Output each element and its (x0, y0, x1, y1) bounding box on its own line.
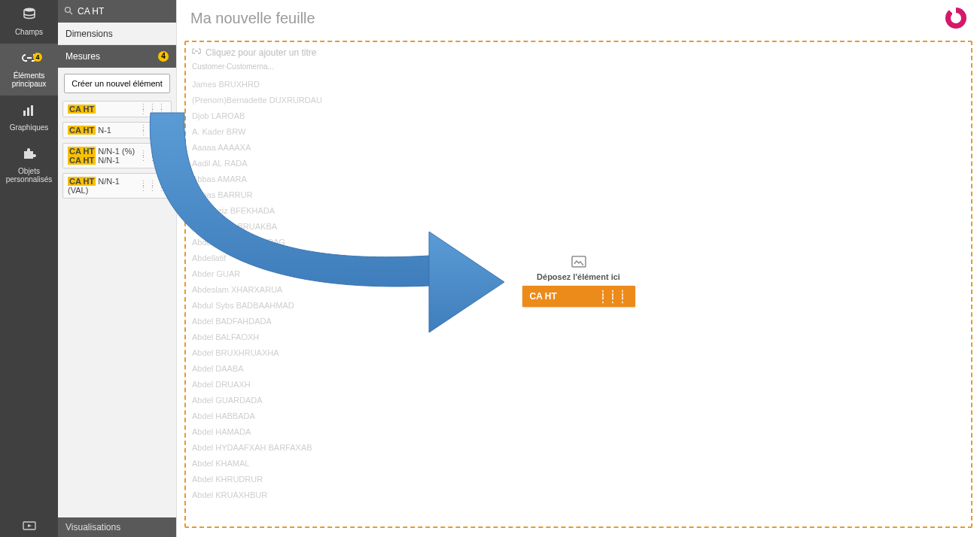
ghost-row: Abdel DAABA (192, 361, 965, 377)
drop-hint-text: Déposez l'élément ici (522, 272, 635, 281)
sidebar-item-label: Graphiques (10, 123, 49, 132)
drop-target-icon (522, 256, 635, 271)
bar-chart-icon (3, 103, 55, 120)
ghost-row: Abbas AMARA (192, 171, 965, 187)
main-area: Ma nouvelle feuille Cliquez pour ajouter… (177, 0, 980, 537)
svg-point-5 (65, 7, 71, 12)
drag-handle-icon[interactable]: ⋮⋮⋮⋮⋮⋮ (139, 181, 166, 190)
ghost-row: Abdel HYDAAFXAH BARFAXAB (192, 440, 965, 456)
ghost-row: Abbas BARRUR (192, 187, 965, 203)
svg-point-0 (24, 8, 35, 12)
section-label: Mesures (65, 51, 100, 62)
puzzle-icon (3, 147, 55, 164)
assets-panel: ✕ Dimensions Mesures 4 Créer un nouvel é… (58, 0, 177, 537)
section-dimensions[interactable]: Dimensions (58, 23, 176, 45)
ghost-title-text: Cliquez pour ajouter un titre (205, 47, 316, 58)
sheet-title[interactable]: Ma nouvelle feuille (190, 10, 315, 27)
sidebar-footer-button[interactable] (0, 519, 58, 537)
drop-chip-label: CA HT (530, 291, 557, 302)
measure-item[interactable]: CA HT N-1 ⋮⋮⋮⋮⋮⋮ (62, 122, 172, 138)
left-sidebar: Champs 4 Éléments principaux Graphiques … (0, 0, 58, 537)
drag-handle-icon: ⋮⋮⋮⋮⋮⋮ (598, 292, 628, 301)
ghost-row: Abdelhakim BRUAKBA (192, 219, 965, 235)
database-icon (3, 8, 55, 25)
drop-chip[interactable]: CA HT ⋮⋮⋮⋮⋮⋮ (522, 286, 635, 307)
svg-rect-2 (27, 108, 29, 116)
ghost-row: Abdel GUARDADA (192, 393, 965, 408)
ghost-row: Aadil AL RADA (192, 156, 965, 171)
sheet-titlebar: Ma nouvelle feuille (177, 0, 980, 36)
ghost-row: Abdel HABBADA (192, 408, 965, 424)
section-count-badge: 4 (158, 51, 169, 62)
link-icon (3, 51, 55, 68)
sidebar-item-label: Éléments principaux (12, 71, 47, 88)
sidebar-item-label: Objets personnalisés (6, 167, 53, 184)
ghost-row: (Prenom)Bernadette DUXRURDAU (192, 93, 965, 108)
ghost-row: Abdel KHAMAL (192, 456, 965, 472)
canvas-dropzone[interactable]: Cliquez pour ajouter un titre Customer·C… (184, 41, 972, 528)
link-icon (192, 47, 201, 58)
measure-item[interactable]: CA HT N/N-1 (%) CA HT N/N-1 ⋮⋮⋮⋮⋮⋮ (62, 143, 172, 168)
presentation-icon (23, 521, 36, 535)
ghost-row: Abdel DRUAXH (192, 377, 965, 393)
drop-target: Déposez l'élément ici CA HT ⋮⋮⋮⋮⋮⋮ (522, 256, 635, 307)
bottom-bar-label: Visualisations (65, 522, 120, 532)
drag-handle-icon[interactable]: ⋮⋮⋮⋮⋮⋮ (139, 151, 166, 160)
ghost-row: Abdel BADFAHDADA (192, 314, 965, 329)
sidebar-item-objets-personnalises[interactable]: Objets personnalisés (0, 139, 58, 191)
drag-handle-icon[interactable]: ⋮⋮⋮⋮⋮⋮ (139, 126, 166, 135)
drag-handle-icon[interactable]: ⋮⋮⋮⋮⋮⋮ (139, 105, 166, 114)
ghost-row: Abdelkader RDAAIDRAG (192, 235, 965, 250)
sidebar-item-graphiques[interactable]: Graphiques (0, 96, 58, 139)
search-input[interactable] (78, 6, 190, 17)
ghost-subheader: Customer·Customerna... (192, 62, 965, 71)
ghost-row: James BRUXHRD (192, 77, 965, 93)
sidebar-item-champs[interactable]: Champs (0, 0, 58, 44)
svg-rect-6 (572, 256, 586, 267)
sidebar-item-label: Champs (15, 28, 43, 36)
svg-rect-3 (31, 105, 33, 116)
app-logo-icon (945, 8, 966, 29)
badge: 4 (33, 53, 42, 62)
sidebar-item-elements-principaux[interactable]: 4 Éléments principaux (0, 44, 58, 96)
ghost-row: Abdelaziz BFEKHADA (192, 203, 965, 219)
create-new-element-button[interactable]: Créer un nouvel élément (64, 74, 170, 93)
measure-item[interactable]: CA HT N/N-1 (VAL) ⋮⋮⋮⋮⋮⋮ (62, 173, 172, 199)
search-bar: ✕ (58, 0, 176, 23)
ghost-row: Abdel HAMADA (192, 424, 965, 440)
ghost-row: Aaaaa AAAAXA (192, 140, 965, 156)
section-label: Dimensions (65, 29, 113, 39)
measure-item[interactable]: CA HT ⋮⋮⋮⋮⋮⋮ (62, 101, 172, 117)
visualisations-bar[interactable]: Visualisations (58, 517, 176, 537)
search-icon (64, 6, 73, 17)
ghost-row: Abdel BALFAOXH (192, 329, 965, 345)
measures-list: CA HT ⋮⋮⋮⋮⋮⋮ CA HT N-1 ⋮⋮⋮⋮⋮⋮ CA HT N/N-… (58, 101, 176, 203)
ghost-row: Djob LAROAB (192, 108, 965, 124)
svg-rect-1 (23, 111, 26, 116)
ghost-row: Abdel KRUAXHBUR (192, 487, 965, 503)
ghost-row: Abdel BRUXHRUAXHA (192, 345, 965, 361)
section-mesures[interactable]: Mesures 4 (58, 45, 176, 68)
ghost-row: A. Kader BRW (192, 124, 965, 140)
ghost-row: Abdel KHRUDRUR (192, 472, 965, 487)
